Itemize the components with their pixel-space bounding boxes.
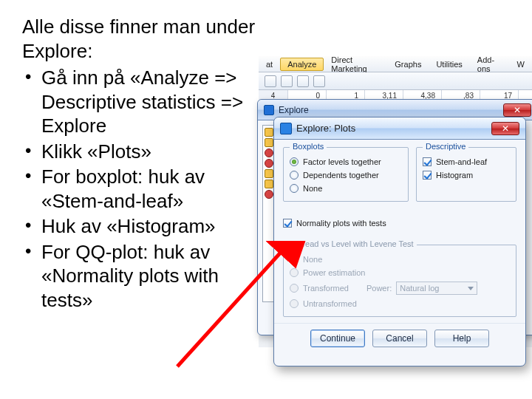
nominal-icon <box>265 159 273 168</box>
radio-label: None <box>303 184 322 193</box>
toolbar <box>259 72 532 90</box>
radio-power-estimation: Power estimation <box>290 266 510 279</box>
slide-bullet: Klikk «Plots» <box>22 140 266 164</box>
group-legend: Boxplots <box>290 142 327 151</box>
scale-icon <box>265 180 273 188</box>
close-button[interactable]: ✕ <box>491 122 519 135</box>
group-spread-vs-level: Spread vs Level with Levene Test None Po… <box>283 245 516 317</box>
toolbar-icon[interactable] <box>297 75 309 87</box>
checkbox-stem-and-leaf[interactable]: Stem-and-leaf <box>423 155 510 168</box>
menu-item[interactable]: Add-ons <box>470 53 510 75</box>
radio-icon <box>290 255 299 264</box>
group-normality: Normality plots with tests <box>283 211 516 236</box>
radio-icon <box>290 184 299 193</box>
group-boxplots: Boxplots Factor levels together Dependen… <box>283 147 409 202</box>
dialog-plots-title: Explore: Plots <box>296 123 355 134</box>
group-descriptive: Descriptive Stem-and-leaf Histogram <box>416 147 516 202</box>
chevron-down-icon <box>468 287 474 290</box>
menu-item-analyze[interactable]: Analyze <box>280 58 324 71</box>
radio-factor-levels-together[interactable]: Factor levels together <box>290 155 402 168</box>
button-label: Cancel <box>386 333 413 344</box>
checkbox-label: Stem-and-leaf <box>436 157 487 166</box>
radio-label: Transformed <box>303 284 349 293</box>
slide-bullet: Gå inn på «Analyze => Descriptive statis… <box>22 66 266 138</box>
menu-item[interactable]: W <box>510 58 532 71</box>
button-label: Help <box>453 333 471 344</box>
power-label: Power: <box>366 284 392 293</box>
scale-icon <box>265 128 273 137</box>
checkbox-label: Histogram <box>436 171 473 180</box>
radio-dependents-together[interactable]: Dependents together <box>290 168 402 182</box>
checkbox-histogram[interactable]: Histogram <box>423 168 510 182</box>
slide-bullet: For boxplot: huk av «Stem-and-leaf» <box>22 165 266 213</box>
radio-spread-none: None <box>290 253 510 266</box>
radio-icon <box>290 268 299 277</box>
toolbar-icon[interactable] <box>281 75 293 87</box>
toolbar-icon[interactable] <box>313 75 325 87</box>
dialog-plots-body: Boxplots Factor levels together Dependen… <box>274 140 525 356</box>
radio-none[interactable]: None <box>290 182 402 195</box>
radio-untransformed: Untransformed <box>290 297 510 310</box>
button-label: Continue <box>320 333 355 344</box>
slide-bullet: Huk av «Histogram» <box>22 214 266 239</box>
dialog-explore-title: Explore <box>279 105 309 115</box>
radio-label: Dependents together <box>303 171 379 180</box>
radio-transformed: Transformed Power: Natural log <box>290 279 510 297</box>
radio-label: Factor levels together <box>303 157 381 166</box>
dialog-button-row: Continue Cancel Help <box>274 323 525 350</box>
nominal-icon <box>265 190 273 199</box>
menu-item[interactable]: Direct Marketing <box>324 53 387 75</box>
group-legend: Spread vs Level with Levene Test <box>290 239 417 248</box>
nominal-icon <box>265 149 273 157</box>
checkbox-icon <box>283 219 292 228</box>
app-icon <box>264 105 274 115</box>
app-icon <box>280 123 292 134</box>
radio-icon <box>290 157 299 166</box>
cancel-button[interactable]: Cancel <box>372 330 427 347</box>
scale-icon <box>265 169 273 178</box>
radio-label: None <box>303 255 322 264</box>
dialog-explore-plots: Explore: Plots ✕ Boxplots Factor levels … <box>273 117 526 366</box>
menu-item[interactable]: Graphs <box>387 58 429 71</box>
checkbox-label: Normality plots with tests <box>296 219 386 228</box>
menu-item[interactable]: Utilities <box>429 58 469 71</box>
scale-icon <box>265 138 273 147</box>
toolbar-icon[interactable] <box>265 75 276 87</box>
power-field: Power: Natural log <box>366 282 477 295</box>
radio-icon <box>290 299 299 308</box>
radio-label: Power estimation <box>303 268 365 277</box>
slide-bullet: For QQ-plot: huk av «Normality plots wit… <box>22 240 266 313</box>
checkbox-icon <box>423 171 432 180</box>
radio-icon <box>290 284 299 293</box>
menu-item[interactable]: at <box>259 58 280 71</box>
help-button[interactable]: Help <box>434 330 489 347</box>
continue-button[interactable]: Continue <box>310 330 365 347</box>
power-value: Natural log <box>400 284 439 293</box>
slide-heading: Alle disse finner man under Explore: <box>22 15 266 63</box>
power-dropdown: Natural log <box>396 282 477 295</box>
slide-text: Alle disse finner man under Explore: Gå … <box>22 15 266 312</box>
close-button[interactable]: ✕ <box>503 103 531 117</box>
menubar[interactable]: at Analyze Direct Marketing Graphs Utili… <box>259 56 532 72</box>
slide-bullets: Gå inn på «Analyze => Descriptive statis… <box>22 66 266 312</box>
checkbox-normality-plots[interactable]: Normality plots with tests <box>283 216 511 230</box>
group-legend: Descriptive <box>423 142 468 151</box>
radio-label: Untransformed <box>303 299 357 308</box>
radio-icon <box>290 171 299 180</box>
dialog-plots-titlebar[interactable]: Explore: Plots ✕ <box>274 117 525 140</box>
checkbox-icon <box>423 157 432 166</box>
